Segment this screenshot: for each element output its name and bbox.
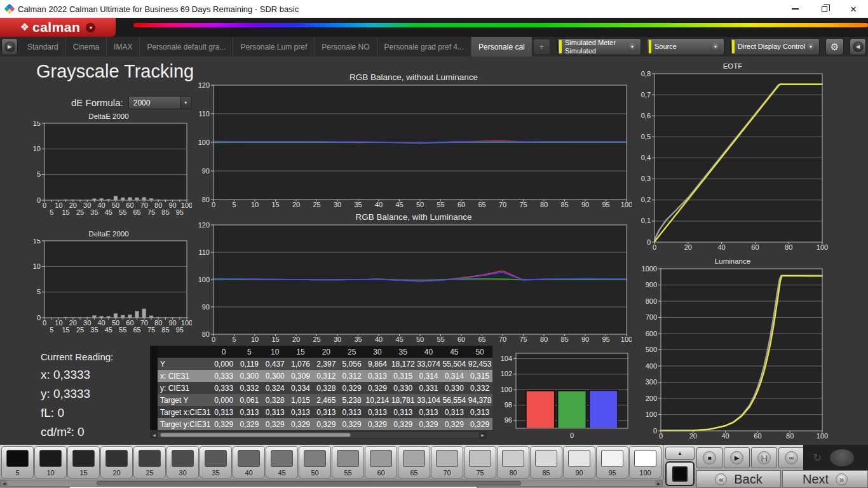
table-cell: 0,313 [211,406,236,418]
pattern-25-button[interactable]: 25 [133,446,166,478]
reading-y: y: 0,3333 [41,384,90,403]
scroll-right-icon[interactable]: ▶ [655,480,662,486]
table-cell: 0,313 [288,406,313,418]
close-button[interactable]: × [839,0,868,18]
pattern-bar: 5101520253035404550556065707580859095100… [0,445,868,488]
tab-cinema[interactable]: Cinema [66,37,107,57]
arrow-up-icon: ▲ [677,451,682,456]
add-tab-button[interactable]: + [533,39,551,55]
sync-icon[interactable]: ↻ [813,451,822,464]
close-icon: × [850,4,857,15]
meter-dropdown[interactable]: Simulated Meter Simulated ▼ [557,38,641,55]
minimize-button[interactable] [780,0,810,18]
svg-text:55: 55 [437,336,444,343]
table-cell: 0,313 [262,406,288,418]
pattern-75-button[interactable]: 75 [464,446,496,478]
pattern-chip [205,450,227,467]
scroll-right-icon[interactable]: ▶ [479,432,486,438]
scroll-left-icon[interactable]: ◀ [1,480,8,486]
settings-button[interactable]: ⚙ [825,38,844,55]
table-cell: 5,238 [339,394,364,406]
table-cell: 0,313 [390,406,416,418]
svg-text:0: 0 [43,201,46,209]
calman-logo-icon: ❖ [20,22,29,32]
pattern-10-button[interactable]: 10 [34,446,67,478]
back-label: Back [734,472,762,487]
pattern-30-button[interactable]: 30 [166,446,199,478]
calman-logo-text: calman [32,20,80,35]
display-control-dropdown[interactable]: Direct Display Control ▼ [730,38,820,55]
record-button[interactable] [830,449,854,466]
table-cell: 0,300 [262,370,288,382]
de-formula-select[interactable]: 2000 ▼ [128,96,192,109]
workflow-tabs: StandardCinemaIMAXPersonale default gra.… [20,37,550,57]
pattern-level-label: 70 [431,469,463,477]
tab-personale-no[interactable]: Personale NO [315,37,377,57]
pattern-55-button[interactable]: 55 [332,446,364,478]
pattern-scrollbar[interactable]: ◀ ▶ [0,480,663,487]
pattern-scroll-thumb[interactable] [97,481,521,485]
collapse-panel-button[interactable]: ◀ [850,38,866,55]
pattern-40-button[interactable]: 40 [233,446,265,478]
svg-text:100: 100 [621,336,632,343]
luminance-chart: Luminance 010020030040050060070080090010… [635,257,830,444]
brand-bar: ❖ calman ▼ [0,18,868,37]
pattern-85-button[interactable]: 85 [530,446,562,478]
play-button[interactable]: ▶ [724,447,750,468]
table-cell: 2,397 [313,358,339,370]
pattern-70-button[interactable]: 70 [431,446,463,478]
table-scroll-track[interactable] [158,432,479,438]
loop-button[interactable]: ∞ [778,447,804,468]
svg-text:20: 20 [689,432,697,440]
svg-text:65: 65 [478,201,485,208]
table-cell: 0,313 [236,406,262,418]
tab-personale-default-gra[interactable]: Personale default gra... [140,37,233,57]
tab-standard[interactable]: Standard [20,37,66,57]
svg-text:25: 25 [76,208,84,216]
restore-button[interactable] [810,0,839,18]
chart-title: RGB Balance, without Luminance [196,72,632,83]
table-cell: 33,104 [416,394,441,406]
de-formula-row: dE Formula: 2000 ▼ [71,96,192,109]
pattern-65-button[interactable]: 65 [398,446,430,478]
pattern-35-button[interactable]: 35 [200,446,232,478]
column-header: 35 [390,346,416,358]
tab-scroll-button[interactable]: ▶ [1,38,18,55]
svg-text:100: 100 [181,319,192,327]
tab-personale-lum-pref[interactable]: Personale Lum pref [233,37,315,57]
chart-title: Luminance [635,257,830,266]
column-header: 30 [365,346,390,358]
deltae-chart-top: DeltaE 2000 0510150510152025303540455055… [25,112,192,222]
table-cell: 0,309 [288,370,313,382]
pattern-50-button[interactable]: 50 [299,446,331,478]
step-button[interactable]: [··] [751,447,777,468]
pattern-15-button[interactable]: 15 [67,446,100,478]
table-cell: 0,000 [211,394,236,406]
pattern-5-button[interactable]: 5 [1,446,34,478]
table-cell: 0,329 [365,382,390,394]
tab-personale-cal[interactable]: Personale cal [471,37,532,57]
calman-menu-button[interactable]: ❖ calman ▼ [0,18,116,37]
pattern-90-button[interactable]: 90 [563,446,595,478]
back-button[interactable]: « Back [696,470,781,488]
table-scroll-thumb[interactable] [160,433,351,437]
pattern-20-button[interactable]: 20 [100,446,133,478]
pattern-scroll-track[interactable] [8,480,655,486]
table-scrollbar[interactable]: ◀ ▶ [150,431,487,438]
tab-personale-grad-pref-4[interactable]: Personale grad pref 4... [377,37,471,57]
next-button[interactable]: Next » [782,470,868,488]
tab-imax[interactable]: IMAX [107,37,140,57]
pattern-60-button[interactable]: 60 [365,446,397,478]
pattern-45-button[interactable]: 45 [266,446,298,478]
stop-button[interactable]: ■ [696,447,722,468]
pattern-up-button[interactable]: ▲ [665,447,695,460]
svg-text:75: 75 [519,201,527,208]
pattern-window-button[interactable] [665,461,695,486]
scroll-left-icon[interactable]: ◀ [151,432,158,438]
pattern-80-button[interactable]: 80 [497,446,529,478]
table-cell: 0,332 [467,382,492,394]
pattern-95-button[interactable]: 95 [596,446,628,478]
pattern-100-button[interactable]: 100 [629,446,661,478]
svg-text:50: 50 [416,336,424,343]
source-dropdown[interactable]: Source ▼ [647,38,724,55]
